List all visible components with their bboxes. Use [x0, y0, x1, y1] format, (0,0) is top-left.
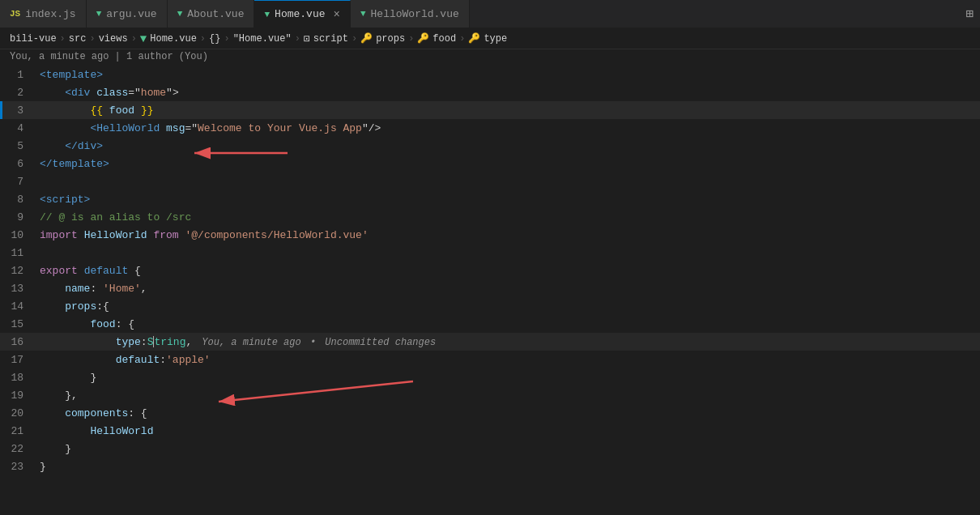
line-content-21: HelloWorld: [36, 425, 153, 437]
line-num-17: 17: [0, 354, 36, 366]
split-editor-icon[interactable]: ⊞: [965, 6, 974, 22]
tab-home-vue[interactable]: ▼ Home.vue ×: [254, 0, 350, 28]
tab-end-actions: ⊞: [965, 6, 980, 22]
line-content-1: <template>: [36, 69, 103, 81]
code-line-21: 21 HelloWorld: [0, 422, 980, 440]
line-content-14: props:{: [36, 300, 109, 313]
line-content-10: import HelloWorld from '@/components/Hel…: [36, 229, 369, 241]
line-content-5: </div>: [36, 140, 103, 152]
tab-label-about-vue: About.vue: [187, 8, 244, 20]
line-content-17: default:'apple': [36, 354, 211, 366]
line-num-6: 6: [0, 158, 36, 170]
bc-key-icon3: 🔑: [468, 32, 480, 45]
line-num-12: 12: [0, 265, 36, 277]
code-line-18: 18 }: [0, 368, 980, 386]
line-3-indicator: [0, 101, 2, 119]
line-content-4: <HelloWorld msg="Welcome to Your Vue.js …: [36, 122, 381, 134]
line-content-9: // @ is an alias to /src: [36, 211, 191, 223]
line-num-23: 23: [0, 461, 36, 473]
bc-curly[interactable]: {}: [209, 33, 220, 45]
vue-icon-about: ▼: [177, 9, 183, 19]
line-num-13: 13: [0, 283, 36, 295]
bc-sep-2: ›: [89, 33, 95, 45]
line-content-8: <script>: [36, 194, 90, 206]
code-line-14: 14 props:{: [0, 297, 980, 315]
code-line-9: 9 // @ is an alias to /src: [0, 208, 980, 226]
line-num-3: 3: [0, 104, 36, 117]
code-line-15: 15 food: {: [0, 315, 980, 333]
line-content-13: name: 'Home',: [36, 283, 147, 295]
line-num-9: 9: [0, 211, 36, 223]
code-line-5: 5 </div>: [0, 137, 980, 155]
tab-label-index-js: index.js: [25, 8, 75, 20]
inline-hint-line16: You, a minute ago • Uncommitted changes: [202, 337, 436, 348]
bc-key-icon2: 🔑: [417, 32, 429, 45]
bc-props[interactable]: props: [376, 33, 405, 45]
bc-food[interactable]: food: [432, 33, 456, 45]
line-content-15: food: {: [36, 318, 134, 330]
line-content-20: components: {: [36, 407, 147, 419]
bc-vue-icon: ▼: [140, 32, 147, 45]
code-line-19: 19 },: [0, 386, 980, 404]
bc-script-icon: ⊡: [304, 32, 310, 45]
code-line-17: 17 default:'apple': [0, 351, 980, 368]
code-line-12: 12 export default {: [0, 262, 980, 279]
code-line-4: 4 <HelloWorld msg="Welcome to Your Vue.j…: [0, 119, 980, 137]
line-content-16: type:String,You, a minute ago • Uncommit…: [36, 336, 436, 348]
close-tab-home-vue[interactable]: ×: [334, 8, 340, 21]
bc-sep-5: ›: [224, 33, 229, 45]
line-num-1: 1: [0, 69, 36, 81]
tab-label-home-vue: Home.vue: [275, 8, 325, 20]
bc-sep-4: ›: [200, 33, 206, 45]
bc-sep-6: ›: [295, 33, 300, 45]
line-content-12: export default {: [36, 265, 141, 277]
code-line-6: 6 </template>: [0, 155, 980, 172]
line-num-14: 14: [0, 300, 36, 313]
line-content-2: <div class="home">: [36, 87, 179, 99]
vue-icon-argu: ▼: [96, 9, 102, 19]
line-num-19: 19: [0, 389, 36, 402]
bc-script[interactable]: script: [313, 33, 348, 45]
tab-index-js[interactable]: JS index.js: [0, 0, 87, 28]
bc-home-vue-str[interactable]: "Home.vue": [233, 33, 292, 45]
code-line-23: 23 }: [0, 458, 980, 475]
bc-sep-3: ›: [131, 33, 137, 45]
bc-views[interactable]: views: [99, 33, 128, 45]
line-num-5: 5: [0, 140, 36, 152]
code-line-22: 22 }: [0, 440, 980, 458]
code-line-11: 11: [0, 244, 980, 262]
line-num-15: 15: [0, 318, 36, 330]
bc-key-icon: 🔑: [360, 32, 373, 45]
line-content-19: },: [36, 389, 78, 402]
line-num-4: 4: [0, 122, 36, 134]
code-line-20: 20 components: {: [0, 404, 980, 422]
bc-src[interactable]: src: [69, 33, 87, 45]
vue-icon-home: ▼: [264, 10, 270, 19]
line-num-21: 21: [0, 425, 36, 437]
code-editor[interactable]: 1 <template> 2 <div class="home"> 3 {{ f…: [0, 66, 980, 475]
line-content-22: }: [36, 443, 71, 455]
tab-bar: JS index.js ▼ argu.vue ▼ About.vue ▼ Hom…: [0, 0, 980, 28]
bc-sep-9: ›: [459, 33, 465, 45]
line-num-20: 20: [0, 407, 36, 419]
tab-label-helloworld-vue: HelloWorld.vue: [371, 8, 459, 20]
code-line-10: 10 import HelloWorld from '@/components/…: [0, 226, 980, 244]
line-num-2: 2: [0, 87, 36, 99]
line-num-18: 18: [0, 372, 36, 384]
line-num-22: 22: [0, 443, 36, 455]
code-line-16: 16 type:String,You, a minute ago • Uncom…: [0, 333, 980, 351]
code-line-13: 13 name: 'Home',: [0, 279, 980, 297]
bc-bili-vue[interactable]: bili-vue: [10, 33, 57, 45]
tab-about-vue[interactable]: ▼ About.vue: [168, 0, 255, 28]
line-num-10: 10: [0, 229, 36, 241]
bc-type[interactable]: type: [484, 33, 507, 45]
js-icon: JS: [10, 9, 20, 19]
tab-helloworld-vue[interactable]: ▼ HelloWorld.vue: [351, 0, 470, 28]
line-num-11: 11: [0, 247, 36, 259]
bc-home-vue[interactable]: Home.vue: [150, 33, 197, 45]
bc-sep-7: ›: [352, 33, 357, 45]
line-num-7: 7: [0, 176, 36, 188]
line-num-16: 16: [0, 336, 36, 348]
tab-argu-vue[interactable]: ▼ argu.vue: [87, 0, 168, 28]
code-line-7: 7: [0, 172, 980, 190]
